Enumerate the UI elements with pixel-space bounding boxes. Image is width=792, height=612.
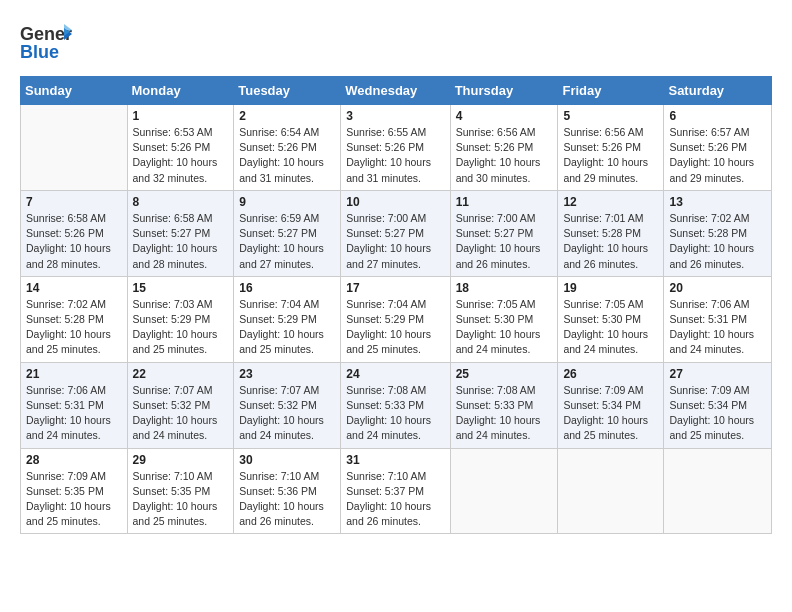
day-number: 4 xyxy=(456,109,553,123)
logo-icon: General Blue xyxy=(20,20,72,64)
calendar-cell: 18Sunrise: 7:05 AMSunset: 5:30 PMDayligh… xyxy=(450,276,558,362)
calendar-cell: 21Sunrise: 7:06 AMSunset: 5:31 PMDayligh… xyxy=(21,362,128,448)
day-number: 13 xyxy=(669,195,766,209)
day-info: Sunrise: 7:02 AMSunset: 5:28 PMDaylight:… xyxy=(669,211,766,272)
day-info: Sunrise: 6:54 AMSunset: 5:26 PMDaylight:… xyxy=(239,125,335,186)
day-number: 19 xyxy=(563,281,658,295)
calendar-table: SundayMondayTuesdayWednesdayThursdayFrid… xyxy=(20,76,772,534)
day-number: 14 xyxy=(26,281,122,295)
day-info: Sunrise: 7:06 AMSunset: 5:31 PMDaylight:… xyxy=(669,297,766,358)
day-info: Sunrise: 7:09 AMSunset: 5:34 PMDaylight:… xyxy=(669,383,766,444)
day-info: Sunrise: 7:07 AMSunset: 5:32 PMDaylight:… xyxy=(239,383,335,444)
calendar-cell: 13Sunrise: 7:02 AMSunset: 5:28 PMDayligh… xyxy=(664,190,772,276)
day-number: 15 xyxy=(133,281,229,295)
calendar-cell: 5Sunrise: 6:56 AMSunset: 5:26 PMDaylight… xyxy=(558,105,664,191)
day-number: 10 xyxy=(346,195,444,209)
day-number: 7 xyxy=(26,195,122,209)
day-number: 27 xyxy=(669,367,766,381)
calendar-header-friday: Friday xyxy=(558,77,664,105)
calendar-cell: 23Sunrise: 7:07 AMSunset: 5:32 PMDayligh… xyxy=(234,362,341,448)
day-number: 8 xyxy=(133,195,229,209)
day-number: 21 xyxy=(26,367,122,381)
calendar-week-1: 1Sunrise: 6:53 AMSunset: 5:26 PMDaylight… xyxy=(21,105,772,191)
calendar-cell: 14Sunrise: 7:02 AMSunset: 5:28 PMDayligh… xyxy=(21,276,128,362)
calendar-cell: 1Sunrise: 6:53 AMSunset: 5:26 PMDaylight… xyxy=(127,105,234,191)
day-number: 2 xyxy=(239,109,335,123)
calendar-header-saturday: Saturday xyxy=(664,77,772,105)
day-info: Sunrise: 7:09 AMSunset: 5:35 PMDaylight:… xyxy=(26,469,122,530)
calendar-cell xyxy=(558,448,664,534)
day-number: 11 xyxy=(456,195,553,209)
day-info: Sunrise: 7:02 AMSunset: 5:28 PMDaylight:… xyxy=(26,297,122,358)
calendar-cell xyxy=(664,448,772,534)
day-info: Sunrise: 6:53 AMSunset: 5:26 PMDaylight:… xyxy=(133,125,229,186)
calendar-cell: 31Sunrise: 7:10 AMSunset: 5:37 PMDayligh… xyxy=(341,448,450,534)
day-number: 28 xyxy=(26,453,122,467)
calendar-cell: 4Sunrise: 6:56 AMSunset: 5:26 PMDaylight… xyxy=(450,105,558,191)
calendar-cell: 22Sunrise: 7:07 AMSunset: 5:32 PMDayligh… xyxy=(127,362,234,448)
day-number: 6 xyxy=(669,109,766,123)
calendar-cell: 10Sunrise: 7:00 AMSunset: 5:27 PMDayligh… xyxy=(341,190,450,276)
calendar-cell: 25Sunrise: 7:08 AMSunset: 5:33 PMDayligh… xyxy=(450,362,558,448)
calendar-week-5: 28Sunrise: 7:09 AMSunset: 5:35 PMDayligh… xyxy=(21,448,772,534)
day-info: Sunrise: 6:59 AMSunset: 5:27 PMDaylight:… xyxy=(239,211,335,272)
day-info: Sunrise: 6:58 AMSunset: 5:27 PMDaylight:… xyxy=(133,211,229,272)
day-number: 26 xyxy=(563,367,658,381)
day-info: Sunrise: 7:05 AMSunset: 5:30 PMDaylight:… xyxy=(456,297,553,358)
day-info: Sunrise: 7:01 AMSunset: 5:28 PMDaylight:… xyxy=(563,211,658,272)
calendar-cell: 9Sunrise: 6:59 AMSunset: 5:27 PMDaylight… xyxy=(234,190,341,276)
svg-text:Blue: Blue xyxy=(20,42,59,62)
day-info: Sunrise: 7:09 AMSunset: 5:34 PMDaylight:… xyxy=(563,383,658,444)
day-info: Sunrise: 7:04 AMSunset: 5:29 PMDaylight:… xyxy=(346,297,444,358)
day-number: 16 xyxy=(239,281,335,295)
day-number: 22 xyxy=(133,367,229,381)
calendar-cell: 2Sunrise: 6:54 AMSunset: 5:26 PMDaylight… xyxy=(234,105,341,191)
header: General Blue xyxy=(20,16,772,68)
page: General Blue SundayMondayTuesdayWednesda… xyxy=(0,0,792,612)
day-number: 1 xyxy=(133,109,229,123)
day-info: Sunrise: 6:55 AMSunset: 5:26 PMDaylight:… xyxy=(346,125,444,186)
day-info: Sunrise: 7:03 AMSunset: 5:29 PMDaylight:… xyxy=(133,297,229,358)
calendar-cell: 19Sunrise: 7:05 AMSunset: 5:30 PMDayligh… xyxy=(558,276,664,362)
day-number: 24 xyxy=(346,367,444,381)
calendar-cell: 24Sunrise: 7:08 AMSunset: 5:33 PMDayligh… xyxy=(341,362,450,448)
calendar-cell: 3Sunrise: 6:55 AMSunset: 5:26 PMDaylight… xyxy=(341,105,450,191)
day-number: 9 xyxy=(239,195,335,209)
day-info: Sunrise: 7:05 AMSunset: 5:30 PMDaylight:… xyxy=(563,297,658,358)
calendar-cell: 11Sunrise: 7:00 AMSunset: 5:27 PMDayligh… xyxy=(450,190,558,276)
day-info: Sunrise: 7:07 AMSunset: 5:32 PMDaylight:… xyxy=(133,383,229,444)
day-number: 3 xyxy=(346,109,444,123)
day-number: 31 xyxy=(346,453,444,467)
calendar-cell: 15Sunrise: 7:03 AMSunset: 5:29 PMDayligh… xyxy=(127,276,234,362)
calendar-cell: 17Sunrise: 7:04 AMSunset: 5:29 PMDayligh… xyxy=(341,276,450,362)
day-number: 25 xyxy=(456,367,553,381)
calendar-header-monday: Monday xyxy=(127,77,234,105)
day-info: Sunrise: 6:56 AMSunset: 5:26 PMDaylight:… xyxy=(563,125,658,186)
calendar-cell: 27Sunrise: 7:09 AMSunset: 5:34 PMDayligh… xyxy=(664,362,772,448)
calendar-week-4: 21Sunrise: 7:06 AMSunset: 5:31 PMDayligh… xyxy=(21,362,772,448)
calendar-header-thursday: Thursday xyxy=(450,77,558,105)
day-info: Sunrise: 7:00 AMSunset: 5:27 PMDaylight:… xyxy=(346,211,444,272)
day-info: Sunrise: 6:56 AMSunset: 5:26 PMDaylight:… xyxy=(456,125,553,186)
day-info: Sunrise: 6:58 AMSunset: 5:26 PMDaylight:… xyxy=(26,211,122,272)
calendar-cell: 20Sunrise: 7:06 AMSunset: 5:31 PMDayligh… xyxy=(664,276,772,362)
calendar-header-tuesday: Tuesday xyxy=(234,77,341,105)
calendar-cell: 7Sunrise: 6:58 AMSunset: 5:26 PMDaylight… xyxy=(21,190,128,276)
day-info: Sunrise: 7:10 AMSunset: 5:37 PMDaylight:… xyxy=(346,469,444,530)
calendar-week-2: 7Sunrise: 6:58 AMSunset: 5:26 PMDaylight… xyxy=(21,190,772,276)
calendar-header-row: SundayMondayTuesdayWednesdayThursdayFrid… xyxy=(21,77,772,105)
day-number: 23 xyxy=(239,367,335,381)
calendar-cell xyxy=(450,448,558,534)
day-number: 30 xyxy=(239,453,335,467)
day-info: Sunrise: 7:06 AMSunset: 5:31 PMDaylight:… xyxy=(26,383,122,444)
day-info: Sunrise: 7:00 AMSunset: 5:27 PMDaylight:… xyxy=(456,211,553,272)
calendar-cell: 29Sunrise: 7:10 AMSunset: 5:35 PMDayligh… xyxy=(127,448,234,534)
day-info: Sunrise: 6:57 AMSunset: 5:26 PMDaylight:… xyxy=(669,125,766,186)
day-number: 20 xyxy=(669,281,766,295)
calendar-cell: 12Sunrise: 7:01 AMSunset: 5:28 PMDayligh… xyxy=(558,190,664,276)
calendar-cell: 30Sunrise: 7:10 AMSunset: 5:36 PMDayligh… xyxy=(234,448,341,534)
calendar-cell: 28Sunrise: 7:09 AMSunset: 5:35 PMDayligh… xyxy=(21,448,128,534)
calendar-cell: 16Sunrise: 7:04 AMSunset: 5:29 PMDayligh… xyxy=(234,276,341,362)
calendar-header-wednesday: Wednesday xyxy=(341,77,450,105)
day-number: 17 xyxy=(346,281,444,295)
